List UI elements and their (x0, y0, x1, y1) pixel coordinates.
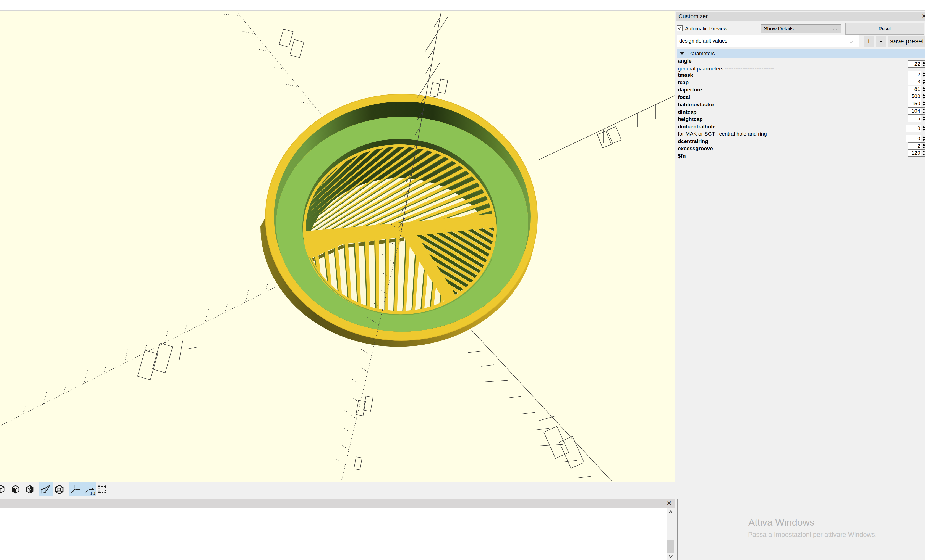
svg-text:10: 10 (90, 491, 95, 496)
